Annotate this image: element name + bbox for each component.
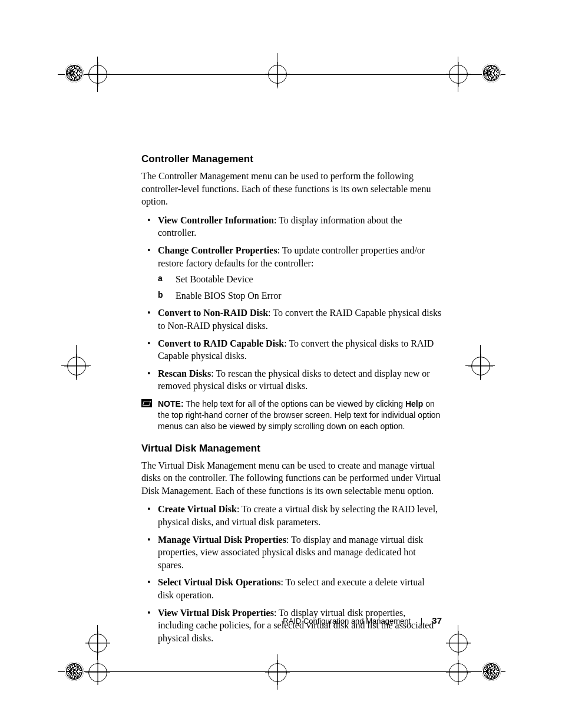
note-icon <box>141 399 152 407</box>
sublist-label: b <box>158 289 170 301</box>
list-item: View Controller Information: To display … <box>141 214 442 239</box>
list-item: Change Controller Properties: To update … <box>141 244 442 302</box>
intro-controller-management: The Controller Management menu can be us… <box>141 170 442 208</box>
sublist-label: a <box>158 273 170 284</box>
page-footer: RAID Configuration and Management 37 <box>141 615 442 625</box>
note-block: NOTE: The help text for all of the optio… <box>141 398 442 432</box>
heading-virtual-disk-management: Virtual Disk Management <box>141 443 442 454</box>
sublist-text: Enable BIOS Stop On Error <box>176 291 282 301</box>
list-item: Manage Virtual Disk Properties: To displ… <box>141 533 442 572</box>
sublist-text: Set Bootable Device <box>176 274 253 284</box>
item-lead: Rescan Disks <box>158 368 211 378</box>
item-lead: Manage Virtual Disk Properties <box>158 535 286 545</box>
sublist-item: b Enable BIOS Stop On Error <box>158 289 442 302</box>
sublist-item: a Set Bootable Device <box>158 273 442 286</box>
item-lead: Convert to RAID Capable Disk <box>158 338 284 348</box>
list-item: Convert to RAID Capable Disk: To convert… <box>141 337 442 363</box>
item-lead: View Controller Information <box>158 215 274 225</box>
footer-separator <box>421 618 422 625</box>
footer-page-number: 37 <box>432 615 442 625</box>
page-content: Controller Management The Controller Man… <box>141 153 442 650</box>
bullet-list-controller: View Controller Information: To display … <box>141 214 442 393</box>
list-item: Select Virtual Disk Operations: To selec… <box>141 576 442 601</box>
item-lead: Convert to Non-RAID Disk <box>158 308 268 318</box>
sublist: a Set Bootable Device b Enable BIOS Stop… <box>158 273 442 302</box>
note-text-before: The help text for all of the options can… <box>184 399 405 409</box>
item-lead: Create Virtual Disk <box>158 504 237 514</box>
item-lead: Change Controller Properties <box>158 245 277 255</box>
list-item: Convert to Non-RAID Disk: To convert the… <box>141 307 442 332</box>
list-item: Rescan Disks: To rescan the physical dis… <box>141 367 442 393</box>
footer-title: RAID Configuration and Management <box>283 617 411 625</box>
list-item: Create Virtual Disk: To create a virtual… <box>141 503 442 528</box>
note-help-word: Help <box>405 399 423 409</box>
intro-virtual-disk-management: The Virtual Disk Management menu can be … <box>141 459 442 498</box>
item-lead: Select Virtual Disk Operations <box>158 577 280 587</box>
heading-controller-management: Controller Management <box>141 153 442 165</box>
note-label: NOTE: <box>158 399 184 409</box>
